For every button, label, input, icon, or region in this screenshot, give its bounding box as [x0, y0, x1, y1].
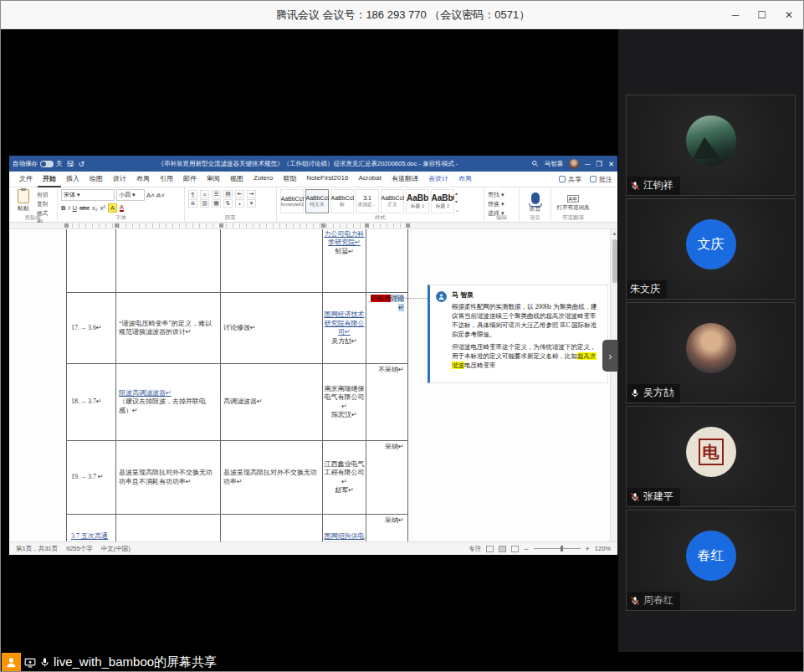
autosave-toggle[interactable]: 自动保存 关 [13, 160, 63, 168]
tab-文件[interactable]: 文件 [14, 172, 38, 187]
participant-tile[interactable]: 江钧祥 [626, 95, 796, 196]
document-page[interactable]: 16.→ 3.6D1↵U1↵国网江西省电力公司电力科学研究院↵邹晨↵17.→ 3… [66, 229, 408, 541]
paragraph-format-button[interactable]: ≣ [188, 199, 197, 208]
participant-tile[interactable]: 春红周春红 [626, 510, 796, 611]
font-format-button[interactable]: B [61, 204, 65, 212]
table-cell[interactable]: 讨论修改↵ [221, 293, 323, 363]
horizontal-ruler[interactable] [9, 223, 617, 229]
table-row[interactable]: 18.→ 3.7↵阻波高调滤波器↵（建议去掉阻波，去掉并联电感）↵高调滤波器↵南… [66, 364, 408, 441]
style-item[interactable]: AaBbCcDd标 [330, 189, 354, 213]
tab-邮件[interactable]: 邮件 [178, 172, 202, 187]
language-indicator[interactable]: 中文(中国) [101, 545, 131, 553]
table-cell[interactable]: 不采纳↵ [366, 364, 408, 440]
tab-有道翻译[interactable]: 有道翻译 [387, 172, 423, 187]
paragraph-format-button[interactable]: ▾ [247, 199, 256, 208]
paste-button[interactable]: 粘贴 [13, 189, 34, 213]
table-cell[interactable]: 16.→ 3.6 [66, 229, 116, 292]
search-icon[interactable] [531, 160, 539, 167]
focus-mode-label[interactable]: 专注 [469, 545, 481, 553]
tab-引用[interactable]: 引用 [155, 172, 178, 187]
ruler-column-marker[interactable] [321, 223, 325, 228]
table-cell[interactable]: U1↵ [221, 229, 323, 292]
ruler-column-marker[interactable] [115, 223, 119, 228]
tab-绘图[interactable]: 绘图 [84, 172, 108, 187]
paragraph-format-button[interactable]: • [235, 199, 244, 208]
font-format-button[interactable]: abc [79, 204, 90, 212]
table-cell[interactable]: 基波呈现高阻抗对外不交换无功功率↵ [221, 441, 323, 514]
ruler-column-marker[interactable] [406, 223, 410, 228]
table-cell[interactable]: 阻波高调滤波器↵（建议去掉阻波，去掉并联电感）↵ [116, 364, 221, 440]
save-icon[interactable]: 🖫 [67, 160, 74, 168]
table-row[interactable]: 16.→ 3.6D1↵U1↵国网江西省电力公司电力科学研究院↵邹晨↵ [66, 229, 408, 293]
maximize-button[interactable]: ☐ [757, 9, 766, 21]
vertical-scrollbar[interactable]: ▲ [610, 229, 617, 541]
table-cell[interactable] [116, 515, 221, 541]
tab-Zotero[interactable]: Zotero [248, 172, 278, 187]
paragraph-format-button[interactable]: ⇤ [235, 190, 244, 198]
page-indicator[interactable]: 第1页，共31页 [16, 545, 58, 553]
paragraph-format-button[interactable]: ¶ [188, 190, 197, 198]
table-cell[interactable]: “谐波电压畸变率”的定义，难以规范谐频滤波器的设计↵ [116, 293, 221, 363]
font-name-select[interactable]: 宋体▾ [61, 189, 115, 201]
font-format-button[interactable]: x² [100, 204, 105, 212]
close-button[interactable]: ✕ [785, 9, 793, 21]
tab-布局[interactable]: 布局 [453, 172, 477, 187]
read-mode-icon[interactable] [486, 546, 494, 552]
tab-帮助[interactable]: 帮助 [278, 172, 301, 187]
table-cell[interactable]: 19.→ 3.7 ↵ [66, 441, 116, 514]
editing-item[interactable]: 替换 ▾ [488, 200, 515, 208]
word-close-button[interactable]: ✕ [608, 160, 614, 168]
table-cell[interactable]: 基波呈现高阻抗对外不交换无功功率且不消耗有功功率↵ [116, 441, 221, 514]
style-item[interactable]: AaBbCcDdfontstyle01 [280, 189, 304, 213]
style-gallery-arrows[interactable]: ▴▾⌄ [454, 189, 460, 213]
clipboard-item[interactable]: 复制 [37, 200, 54, 208]
zoom-slider[interactable] [534, 548, 581, 549]
paragraph-format-button[interactable]: ⇥ [247, 190, 256, 198]
table-cell[interactable]: 17.→ 3.6↵ [66, 293, 116, 363]
table-cell[interactable]: 待续再讨论↵ [366, 293, 408, 363]
zoom-out-button[interactable]: − [524, 545, 528, 553]
table-cell[interactable] [366, 229, 408, 292]
paragraph-format-button[interactable]: ≡ [200, 190, 209, 198]
table-cell[interactable] [221, 515, 323, 541]
word-minimize-button[interactable]: ─ [585, 160, 590, 168]
paragraph-format-button[interactable]: ⇅ [223, 199, 233, 208]
print-layout-icon[interactable] [499, 546, 506, 552]
word-count[interactable]: 9255个字 [66, 545, 93, 553]
table-cell[interactable]: 18.→ 3.7↵ [66, 364, 116, 440]
style-item[interactable]: AaBbCcDdI正文 [381, 189, 404, 213]
font-format-button[interactable]: U [73, 204, 77, 212]
font-format-button[interactable]: I [68, 204, 69, 212]
table-cell[interactable]: D1↵ [116, 229, 221, 292]
youdao-dict-button[interactable]: A中 打开有道词典 [555, 189, 591, 213]
font-format-button[interactable]: x₂ [92, 204, 98, 212]
font-size-select[interactable]: 小四▾ [116, 189, 145, 201]
user-avatar[interactable] [569, 159, 579, 169]
table-cell[interactable]: 南京南瑞继保电气有限公司↵陈宏汉↵ [323, 364, 366, 440]
font-format-button[interactable]: A [120, 204, 124, 212]
style-item[interactable]: 3.1水油定… [356, 189, 379, 213]
panel-collapse-handle[interactable]: › [602, 340, 618, 372]
scrollbar-thumb[interactable] [612, 239, 617, 283]
table-cell[interactable]: 采纳↵ [366, 441, 408, 514]
tab-NoteFirst2016[interactable]: NoteFirst2016 [301, 172, 353, 187]
table-cell[interactable]: 3.7 五次高通滤波器 [66, 515, 116, 541]
word-restore-button[interactable]: ❐ [596, 160, 602, 168]
participant-tile[interactable]: 电张建平 [626, 406, 796, 507]
participant-tile[interactable]: 文庆朱文庆 [626, 198, 796, 300]
paragraph-format-button[interactable]: ▦ [212, 199, 221, 208]
share-button[interactable]: 共享 [559, 175, 581, 184]
signed-in-user[interactable]: 马智泉 [545, 160, 564, 168]
tab-Acrobat[interactable]: Acrobat [353, 172, 387, 187]
tab-插入[interactable]: 插入 [61, 172, 84, 187]
dictate-button[interactable]: 听写 [523, 189, 547, 213]
web-layout-icon[interactable] [511, 546, 519, 552]
table-cell[interactable]: 江西鑫业电气工程有限公司↵赵军↵ [323, 441, 366, 514]
undo-icon[interactable]: ↺ [79, 160, 85, 168]
table-cell[interactable]: 国网绍兴供电公司↵ [323, 515, 366, 541]
participant-tile[interactable]: 吴方劼 [626, 302, 796, 403]
paragraph-format-button[interactable]: ▤ [223, 190, 233, 198]
tab-设计[interactable]: 设计 [108, 172, 131, 187]
minimize-button[interactable]: ─ [732, 9, 740, 21]
table-row[interactable]: 17.→ 3.6↵“谐波电压畸变率”的定义，难以规范谐频滤波器的设计↵讨论修改↵… [66, 293, 408, 364]
